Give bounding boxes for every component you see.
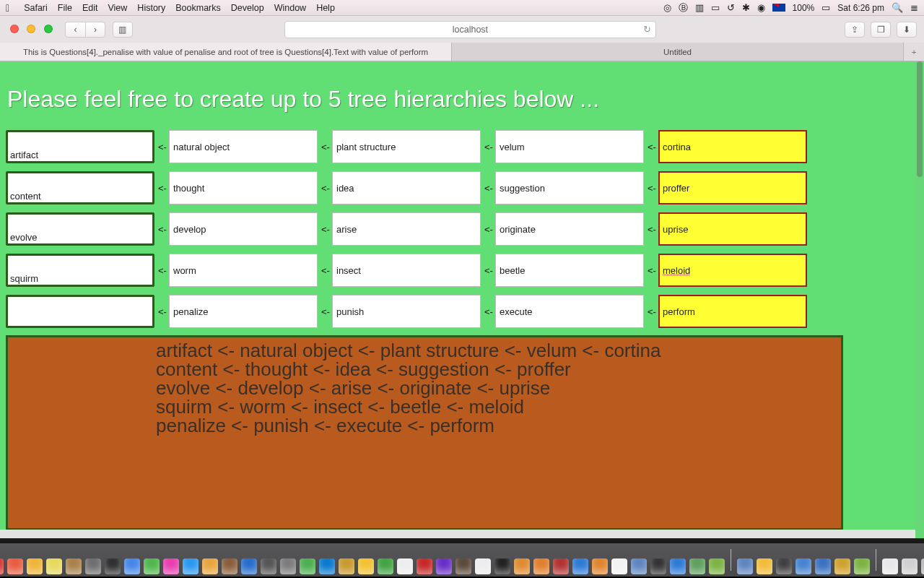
dock-app-icon[interactable]	[689, 558, 705, 574]
dock-appstore-icon[interactable]	[183, 558, 199, 574]
tabs-button[interactable]: ❐	[871, 22, 891, 38]
dock-app-icon[interactable]	[854, 558, 870, 574]
dock-app-icon[interactable]	[776, 558, 792, 574]
menubar-clock[interactable]: Sat 6:26 pm	[837, 3, 884, 13]
dock-app-icon[interactable]	[670, 558, 686, 574]
cell-2-1[interactable]: thought	[169, 171, 318, 204]
dock-app-icon[interactable]	[339, 558, 354, 574]
root-input-2[interactable]: content	[6, 171, 154, 204]
root-input-4[interactable]: squirm	[6, 254, 154, 287]
dock-app-icon[interactable]	[85, 558, 101, 574]
menu-view[interactable]: View	[108, 3, 127, 13]
cell-5-2[interactable]: punish	[332, 295, 481, 328]
menu-history[interactable]: History	[137, 3, 165, 13]
bluetooth-icon[interactable]: ✱	[742, 2, 750, 13]
spotlight-icon[interactable]: 🔍	[892, 2, 903, 13]
address-bar[interactable]: localhost ↻	[284, 21, 656, 38]
menubar-icon[interactable]: ▥	[695, 2, 704, 13]
dock-app-icon[interactable]	[124, 558, 140, 574]
menu-list-icon[interactable]: ≣	[910, 2, 918, 13]
dock-app-icon[interactable]	[417, 558, 432, 574]
dock-vlc-icon[interactable]	[592, 558, 608, 574]
cell-4-1[interactable]: worm	[169, 254, 318, 287]
dock-app-icon[interactable]	[319, 558, 335, 574]
dock-app-icon[interactable]	[0, 558, 4, 574]
cell-3-3[interactable]: originate	[495, 212, 644, 246]
cell-4-2[interactable]: insect	[332, 254, 481, 287]
dock-app-icon[interactable]	[378, 558, 393, 574]
dock-app-icon[interactable]	[514, 558, 530, 574]
menu-edit[interactable]: Edit	[82, 3, 98, 13]
menu-app[interactable]: Safari	[24, 3, 48, 13]
menu-bookmarks[interactable]: Bookmarks	[175, 3, 221, 13]
apple-icon[interactable]: 	[6, 2, 9, 14]
dock-app-icon[interactable]	[709, 558, 725, 574]
sidebar-button[interactable]: ▥	[113, 22, 133, 38]
menu-develop[interactable]: Develop	[231, 3, 264, 13]
dock-app-icon[interactable]	[66, 558, 82, 574]
dock-app-icon[interactable]	[397, 558, 413, 574]
cell-2-2[interactable]: idea	[332, 171, 481, 204]
leaf-5[interactable]: perform	[658, 295, 807, 328]
dock-app-icon[interactable]	[650, 558, 666, 574]
dock-app-icon[interactable]	[815, 558, 831, 574]
airplay-icon[interactable]: ▭	[711, 2, 720, 13]
timemachine-icon[interactable]: ↺	[727, 2, 735, 13]
tab-1[interactable]: This is Questions[4]._penalise with valu…	[0, 43, 452, 61]
dock-app-icon[interactable]	[757, 558, 772, 574]
tab-2[interactable]: Untitled	[452, 43, 904, 61]
dock-app-icon[interactable]	[300, 558, 315, 574]
flag-icon[interactable]	[772, 4, 785, 12]
cell-5-1[interactable]: penalize	[169, 295, 318, 328]
menu-window[interactable]: Window	[274, 3, 306, 13]
dock-firefox-icon[interactable]	[533, 558, 549, 574]
root-input-1[interactable]: artifact	[6, 130, 154, 163]
dock-app-icon[interactable]	[105, 558, 121, 574]
sync-icon[interactable]: ◎	[663, 2, 671, 13]
share-button[interactable]: ⇪	[845, 22, 865, 38]
menu-file[interactable]: File	[58, 3, 72, 13]
leaf-1[interactable]: cortina	[658, 130, 807, 163]
dock-app-icon[interactable]	[475, 558, 491, 574]
forward-button[interactable]: ›	[85, 22, 105, 38]
dock-app-icon[interactable]	[436, 558, 452, 574]
close-window-button[interactable]	[10, 25, 19, 33]
dock-itunes-icon[interactable]	[163, 558, 179, 574]
cell-1-1[interactable]: natural object	[169, 130, 318, 163]
root-input-5[interactable]	[6, 295, 154, 328]
dock-app-icon[interactable]	[202, 558, 218, 574]
dock-app-icon[interactable]	[241, 558, 257, 574]
back-button[interactable]: ‹	[65, 22, 85, 38]
reload-icon[interactable]: ↻	[643, 24, 651, 35]
dock-calendar-icon[interactable]	[27, 558, 43, 574]
cell-1-2[interactable]: plant structure	[332, 130, 481, 163]
cell-2-3[interactable]: suggestion	[495, 171, 644, 204]
download-button[interactable]: ⬇	[897, 22, 917, 38]
cell-3-1[interactable]: develop	[169, 212, 318, 246]
dock-filezilla-icon[interactable]	[553, 558, 569, 574]
root-input-3[interactable]: evolve	[6, 212, 154, 246]
leaf-2[interactable]: proffer	[658, 171, 807, 204]
dock-app-icon[interactable]	[222, 558, 237, 574]
cell-5-3[interactable]: execute	[495, 295, 644, 328]
dock-app-icon[interactable]	[631, 558, 647, 574]
dock-app-icon[interactable]	[737, 558, 753, 574]
horizontal-scrollbar[interactable]	[0, 530, 915, 538]
vertical-scrollbar[interactable]	[915, 61, 924, 538]
dock-app-icon[interactable]	[611, 558, 627, 574]
minimize-window-button[interactable]	[27, 25, 35, 33]
leaf-4[interactable]: meloid	[658, 254, 807, 287]
battery-icon[interactable]: ▭	[821, 2, 830, 13]
dock-stack-icon[interactable]	[902, 558, 918, 574]
dock-app-icon[interactable]	[144, 558, 160, 574]
cell-1-3[interactable]: velum	[495, 130, 644, 163]
dock-settings-icon[interactable]	[280, 558, 296, 574]
cell-3-2[interactable]: arise	[332, 212, 481, 246]
fullscreen-window-button[interactable]	[44, 25, 53, 33]
dock-stack-icon[interactable]	[882, 558, 898, 574]
dock-chrome-icon[interactable]	[358, 558, 374, 574]
cell-4-3[interactable]: beetle	[495, 254, 644, 287]
dock-app-icon[interactable]	[261, 558, 276, 574]
bold-b-icon[interactable]: Ⓑ	[679, 1, 688, 14]
leaf-3[interactable]: uprise	[658, 212, 807, 246]
